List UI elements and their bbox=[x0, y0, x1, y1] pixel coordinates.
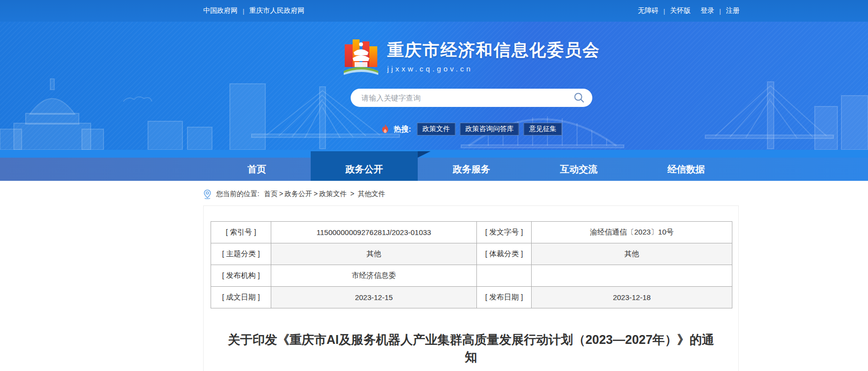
hot-search-label: 热搜: bbox=[394, 125, 411, 134]
meta-label-issuing-agency: [ 发布机构 ] bbox=[211, 265, 271, 287]
breadcrumb: 首页>政务公开>政策文件 > 其他文件 bbox=[264, 190, 385, 199]
breadcrumb-home[interactable]: 首页 bbox=[264, 190, 278, 198]
nav-item-gov-services[interactable]: 政务服务 bbox=[418, 158, 525, 181]
meta-label-doc-no: [ 发文字号 ] bbox=[477, 222, 532, 243]
meta-value-written-date: 2023-12-15 bbox=[271, 287, 477, 308]
meta-label-publish-date: [ 发布日期 ] bbox=[477, 287, 532, 308]
document-title: 关于印发《重庆市AI及服务机器人产业集群高质量发展行动计划（2023—2027年… bbox=[224, 331, 718, 366]
main-nav: 首页 政务公开 政务服务 互动交流 经信数据 bbox=[0, 158, 868, 181]
meta-value-genre-category: 其他 bbox=[532, 243, 732, 265]
document-container: [ 索引号 ] 11500000009276281J/2023-01033 [ … bbox=[203, 205, 739, 371]
site-logo-icon bbox=[343, 35, 379, 76]
link-care-version[interactable]: 关怀版 bbox=[670, 6, 691, 15]
site-title: 重庆市经济和信息化委员会 bbox=[387, 39, 600, 62]
link-accessibility[interactable]: 无障碍 bbox=[638, 6, 658, 15]
topbar-right-links: 无障碍 | 关怀版 登录 | 注册 bbox=[638, 6, 740, 15]
nav-item-gov-disclosure[interactable]: 政务公开 bbox=[311, 158, 418, 181]
link-register[interactable]: 注册 bbox=[726, 6, 740, 15]
hot-search-row: 热搜: 政策文件 政策咨询问答库 意见征集 bbox=[381, 123, 562, 135]
breadcrumb-row: 您当前的位置: 首页>政务公开>政策文件 > 其他文件 bbox=[0, 181, 868, 205]
document-meta-table: [ 索引号 ] 11500000009276281J/2023-01033 [ … bbox=[211, 221, 732, 308]
site-logo-block[interactable]: 重庆市经济和信息化委员会 jjxxw.cq.gov.cn bbox=[343, 35, 600, 76]
flame-icon bbox=[381, 124, 390, 134]
meta-label-empty bbox=[477, 265, 532, 287]
meta-value-index-no: 11500000009276281J/2023-01033 bbox=[271, 222, 477, 243]
breadcrumb-separator: > bbox=[350, 190, 354, 198]
table-row: [ 索引号 ] 11500000009276281J/2023-01033 [ … bbox=[211, 222, 732, 243]
meta-label-genre-category: [ 体裁分类 ] bbox=[477, 243, 532, 265]
breadcrumb-gov-disclosure[interactable]: 政务公开 bbox=[285, 190, 312, 198]
separator: | bbox=[243, 7, 244, 15]
search-icon bbox=[573, 92, 585, 103]
table-row: [ 发布机构 ] 市经济信息委 bbox=[211, 265, 732, 287]
meta-value-topic-category: 其他 bbox=[271, 243, 477, 265]
meta-label-topic-category: [ 主题分类 ] bbox=[211, 243, 271, 265]
table-row: [ 成文日期 ] 2023-12-15 [ 发布日期 ] 2023-12-18 bbox=[211, 287, 732, 308]
link-cq-gov[interactable]: 重庆市人民政府网 bbox=[249, 6, 304, 15]
search-input[interactable] bbox=[362, 94, 573, 102]
nav-item-interaction[interactable]: 互动交流 bbox=[525, 158, 633, 181]
separator: | bbox=[663, 7, 665, 15]
search-button[interactable] bbox=[573, 92, 585, 104]
meta-value-issuing-agency: 市经济信息委 bbox=[271, 265, 477, 287]
separator: | bbox=[720, 7, 721, 15]
site-header: 重庆市经济和信息化委员会 jjxxw.cq.gov.cn 热搜: 政策文件 政策… bbox=[0, 22, 868, 158]
meta-label-index-no: [ 索引号 ] bbox=[211, 222, 271, 243]
hot-link-opinions[interactable]: 意见征集 bbox=[524, 123, 562, 135]
location-pin-icon bbox=[203, 189, 212, 199]
hot-link-policy-qa[interactable]: 政策咨询问答库 bbox=[460, 123, 519, 135]
meta-value-doc-no: 渝经信通信〔2023〕10号 bbox=[532, 222, 732, 243]
meta-label-written-date: [ 成文日期 ] bbox=[211, 287, 271, 308]
breadcrumb-other-docs[interactable]: 其他文件 bbox=[358, 190, 385, 198]
breadcrumb-separator: > bbox=[279, 190, 283, 198]
top-utility-bar: 中国政府网 | 重庆市人民政府网 无障碍 | 关怀版 登录 | 注册 bbox=[0, 0, 868, 22]
topbar-left-links: 中国政府网 | 重庆市人民政府网 bbox=[203, 6, 304, 15]
nav-item-industry-data[interactable]: 经信数据 bbox=[632, 158, 740, 181]
breadcrumb-separator: > bbox=[314, 190, 318, 198]
hot-link-policy-docs[interactable]: 政策文件 bbox=[417, 123, 456, 135]
table-row: [ 主题分类 ] 其他 [ 体裁分类 ] 其他 bbox=[211, 243, 732, 265]
meta-value-publish-date: 2023-12-18 bbox=[532, 287, 732, 308]
site-domain: jjxxw.cq.gov.cn bbox=[387, 65, 600, 73]
meta-value-empty bbox=[532, 265, 732, 287]
breadcrumb-policy-docs[interactable]: 政策文件 bbox=[319, 190, 347, 198]
link-china-gov[interactable]: 中国政府网 bbox=[203, 6, 238, 15]
link-login[interactable]: 登录 bbox=[701, 6, 715, 15]
nav-item-home[interactable]: 首页 bbox=[203, 158, 311, 181]
search-bar bbox=[351, 89, 592, 107]
breadcrumb-prefix: 您当前的位置: bbox=[216, 190, 259, 199]
